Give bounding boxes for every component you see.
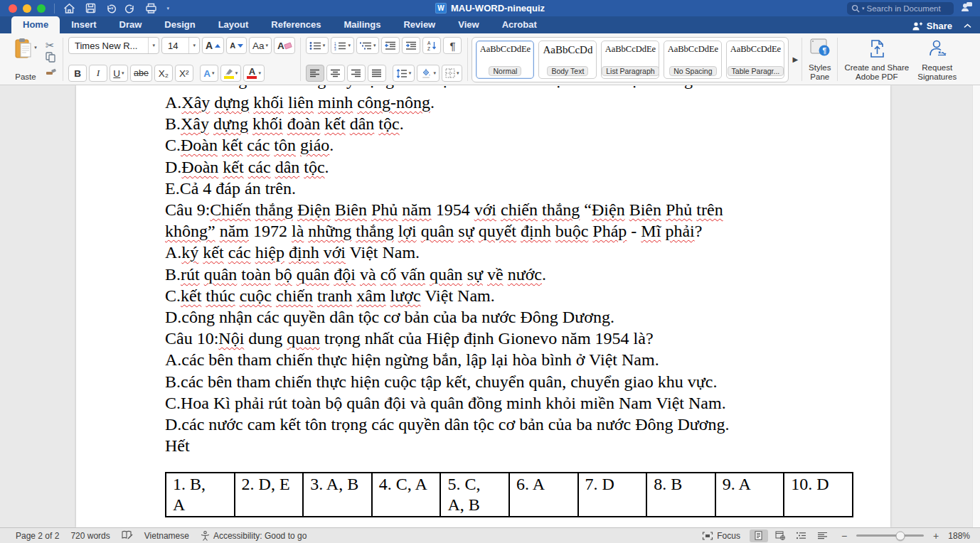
misspelled-word[interactable]: Phủ: [371, 200, 398, 219]
answer-cell[interactable]: 9. A: [715, 473, 784, 517]
underline-dropdown-icon[interactable]: ▾: [122, 70, 124, 76]
decrease-indent-button[interactable]: [381, 37, 400, 54]
strikethrough-button[interactable]: abe: [130, 65, 152, 82]
misspelled-word[interactable]: kết: [203, 243, 223, 262]
misspelled-word[interactable]: tôn: [274, 136, 296, 154]
misspelled-word[interactable]: cuộc: [240, 286, 272, 305]
misspelled-word[interactable]: giáo: [300, 136, 329, 154]
misspelled-word[interactable]: quân: [430, 265, 463, 284]
zoom-in-button[interactable]: +: [933, 530, 939, 542]
misspelled-word[interactable]: Mĩ: [641, 222, 661, 240]
clear-formatting-button[interactable]: A: [274, 37, 295, 54]
font-name-dropdown-icon[interactable]: ▾: [152, 43, 155, 48]
misspelled-word[interactable]: lợi: [398, 222, 417, 240]
tab-home[interactable]: Home: [11, 16, 60, 33]
misspelled-word[interactable]: quân: [204, 265, 238, 284]
misspelled-word[interactable]: Pháp: [592, 222, 627, 240]
align-left-button[interactable]: [306, 65, 324, 82]
misspelled-word[interactable]: xâm: [356, 286, 385, 305]
misspelled-word[interactable]: chiến: [276, 286, 313, 305]
search-scope-dropdown-icon[interactable]: ▾: [862, 6, 865, 11]
collapse-ribbon-icon[interactable]: [964, 23, 971, 28]
document-line[interactable]: D.công nhận các quyền dân tộc cơ bản của…: [165, 306, 858, 328]
answer-cell[interactable]: 3. A, B: [303, 473, 372, 517]
print-icon[interactable]: [145, 3, 157, 14]
misspelled-word[interactable]: thúc: [206, 286, 235, 305]
style-body-text[interactable]: AaBbCcDdBody Text: [538, 41, 597, 79]
misspelled-word[interactable]: quân: [421, 222, 454, 240]
web-layout-view-button[interactable]: [771, 529, 789, 542]
misspelled-word[interactable]: Phủ: [666, 200, 692, 219]
misspelled-word[interactable]: dân: [350, 114, 375, 133]
draft-view-button[interactable]: [814, 529, 832, 542]
change-case-button[interactable]: Aa▾: [249, 37, 272, 54]
answer-cell[interactable]: 2. D, E: [235, 473, 304, 517]
misspelled-word[interactable]: các: [248, 158, 271, 176]
misspelled-word[interactable]: Điện: [592, 200, 625, 219]
misspelled-word[interactable]: tranh: [317, 286, 352, 305]
tab-layout[interactable]: Layout: [207, 16, 260, 33]
vertical-scrollbar[interactable]: [972, 85, 980, 527]
outline-view-button[interactable]: [792, 529, 811, 542]
misspelled-word[interactable]: Biên: [335, 200, 367, 219]
misspelled-word[interactable]: liên: [288, 93, 314, 112]
highlight-button[interactable]: ▾: [220, 65, 242, 82]
bullets-dropdown-icon[interactable]: ▾: [323, 43, 326, 48]
misspelled-word[interactable]: buộc: [555, 222, 589, 240]
create-share-adobe-pdf-button[interactable]: Create and ShareAdobe PDF: [841, 36, 912, 82]
misspelled-word[interactable]: chiến: [501, 200, 538, 219]
misspelled-word[interactable]: đội: [334, 265, 356, 284]
document-page[interactable]: Câu 8:Đảng chủ trương xây dựng khối đại …: [76, 85, 890, 527]
numbering-dropdown-icon[interactable]: ▾: [348, 43, 351, 48]
misspelled-word[interactable]: Chiến: [210, 200, 250, 219]
document-line[interactable]: B.Xây dựng khối đoàn kết dân tộc.: [165, 113, 858, 134]
document-line[interactable]: A.Xây dựng khối liên minh công-nông.: [165, 92, 858, 113]
misspelled-word[interactable]: quyết: [479, 222, 516, 240]
change-case-dropdown-icon[interactable]: ▾: [266, 43, 269, 48]
answer-cell[interactable]: 6. A: [509, 473, 578, 517]
borders-dropdown-icon[interactable]: ▾: [457, 70, 459, 76]
tab-references[interactable]: References: [260, 16, 332, 33]
font-color-dropdown-icon[interactable]: ▾: [258, 70, 261, 76]
misspelled-word[interactable]: trên: [696, 200, 723, 219]
misspelled-word[interactable]: thắng: [356, 222, 393, 240]
misspelled-word[interactable]: minh: [318, 93, 353, 112]
font-color-button[interactable]: A ▾: [243, 65, 265, 82]
misspelled-word[interactable]: không”: [165, 222, 215, 240]
misspelled-word[interactable]: toàn: [241, 265, 270, 284]
save-icon[interactable]: [85, 3, 96, 14]
document-line[interactable]: E.Cả 4 đáp án trên.: [165, 178, 858, 199]
zoom-slider-thumb[interactable]: [895, 531, 905, 540]
page-indicator[interactable]: Page 2 of 2: [16, 531, 59, 541]
undo-button[interactable]: ▾: [106, 4, 114, 14]
zoom-out-button[interactable]: −: [841, 530, 847, 542]
style-no-spacing[interactable]: AaBbCcDdEeNo Spacing: [664, 41, 722, 79]
misspelled-word[interactable]: nước: [508, 265, 542, 284]
zoom-button[interactable]: [37, 4, 46, 13]
misspelled-word[interactable]: về: [487, 265, 504, 284]
focus-toggle[interactable]: Focus: [702, 531, 740, 541]
shading-dropdown-icon[interactable]: ▾: [433, 70, 436, 76]
feedback-icon[interactable]: [961, 1, 973, 15]
document-line[interactable]: A.ký kết các hiệp định với Việt Nam.: [165, 242, 858, 263]
tab-design[interactable]: Design: [153, 16, 206, 33]
misspelled-word[interactable]: đoàn: [287, 114, 321, 133]
line-spacing-button[interactable]: ▾: [393, 65, 415, 82]
answer-cell[interactable]: 4. C, A: [372, 473, 441, 517]
text-effects-button[interactable]: A▾: [200, 65, 218, 82]
document-line[interactable]: C.kết thúc cuộc chiến tranh xâm lược Việ…: [165, 285, 858, 306]
tab-mailings[interactable]: Mailings: [332, 16, 392, 33]
misspelled-word[interactable]: dựng: [214, 93, 249, 112]
multilevel-dropdown-icon[interactable]: ▾: [373, 43, 376, 48]
answer-cell[interactable]: 10. D: [784, 473, 853, 517]
misspelled-word[interactable]: quan: [287, 329, 320, 348]
misspelled-word[interactable]: vấn: [400, 265, 425, 284]
document-line[interactable]: C.Hoa Kì phải rút toàn bộ quân đội và qu…: [165, 392, 858, 414]
sort-button[interactable]: AZ: [422, 37, 441, 54]
customize-toolbar-icon[interactable]: ▾: [167, 6, 170, 11]
tab-draw[interactable]: Draw: [108, 16, 154, 33]
align-right-button[interactable]: [347, 65, 366, 82]
misspelled-word[interactable]: khối: [253, 93, 284, 112]
misspelled-word[interactable]: sự: [467, 265, 483, 284]
show-paragraph-marks-button[interactable]: ¶: [443, 37, 462, 54]
